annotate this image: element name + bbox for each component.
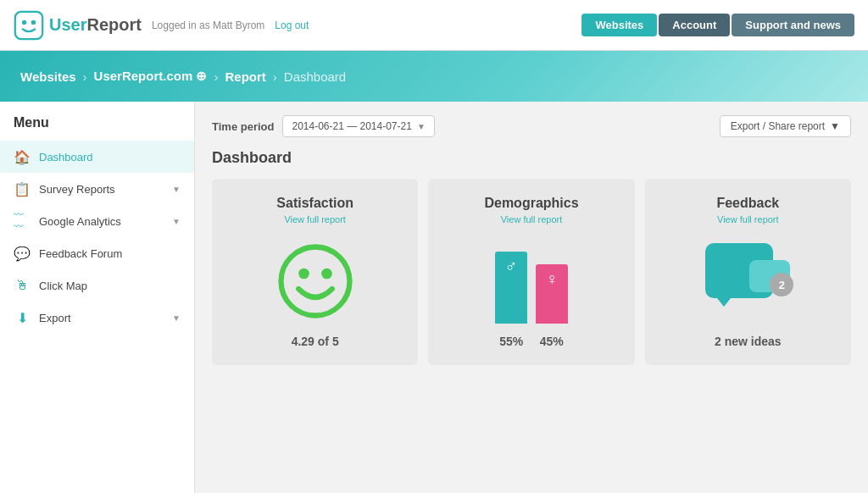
demographics-visual: ♂ ♀ (495, 238, 568, 324)
sidebar-item-google-analytics[interactable]: 〰〰 Google Analytics ▼ (0, 205, 194, 237)
sidebar: Menu 🏠 Dashboard 📋 Survey Reports ▼ 〰〰 G… (0, 102, 195, 493)
chevron-analytics-icon: ▼ (172, 217, 181, 226)
date-range-dropdown[interactable]: 2014-06-21 — 2014-07-21 ▼ (282, 115, 434, 137)
cards-row: Satisfaction View full report 4.29 of 5 … (212, 179, 851, 365)
dropdown-arrow-icon: ▼ (417, 122, 426, 131)
export-icon: ⬇ (14, 309, 31, 326)
demographics-link[interactable]: View full report (501, 214, 563, 224)
male-bar: ♂ (495, 252, 527, 324)
male-person-icon: ♂ (504, 257, 517, 276)
feedback-bubbles: 2 (705, 243, 790, 319)
satisfaction-card: Satisfaction View full report 4.29 of 5 (212, 179, 418, 365)
svg-point-1 (22, 19, 26, 24)
sidebar-label-feedback: Feedback Forum (39, 247, 122, 260)
breadcrumb-sep-3: › (273, 69, 277, 84)
feedback-visual-area: 2 (705, 238, 790, 324)
sidebar-item-click-map[interactable]: 🖱 Click Map (0, 269, 194, 302)
feedback-badge: 2 (770, 273, 793, 296)
satisfaction-footer: 4.29 of 5 (292, 335, 339, 348)
chevron-export-icon: ▼ (172, 313, 181, 323)
logout-link[interactable]: Log out (275, 19, 309, 31)
svg-rect-0 (15, 11, 42, 38)
sidebar-item-export[interactable]: ⬇ Export ▼ (0, 302, 194, 334)
logo-icon (14, 10, 44, 41)
satisfaction-link[interactable]: View full report (284, 214, 346, 224)
satisfaction-title: Satisfaction (276, 196, 353, 211)
sidebar-label-clickmap: Click Map (39, 280, 87, 292)
svg-point-5 (321, 269, 332, 280)
nav-tabs: Websites Account Support and news (581, 14, 854, 36)
breadcrumb: Websites › UserReport.com ⊕ › Report › D… (0, 51, 868, 102)
main-layout: Menu 🏠 Dashboard 📋 Survey Reports ▼ 〰〰 G… (0, 102, 868, 493)
female-bar: ♀ (536, 264, 568, 324)
sidebar-label-dashboard: Dashboard (39, 151, 93, 163)
demographics-card: Demographics View full report ♂ ♀ (428, 179, 634, 365)
logo: UserReport (14, 10, 142, 41)
breadcrumb-dashboard: Dashboard (284, 69, 346, 84)
date-range-value: 2014-06-21 — 2014-07-21 (292, 120, 411, 132)
sidebar-label-export: Export (39, 312, 71, 324)
analytics-icon: 〰〰 (14, 213, 31, 230)
demographics-bars: ♂ ♀ (495, 239, 568, 324)
breadcrumb-sep-2: › (214, 69, 218, 84)
female-bar-wrap: ♀ (536, 264, 568, 324)
feedback-footer: 2 new ideas (715, 335, 782, 348)
svg-point-2 (31, 19, 36, 24)
export-share-label: Export / Share report (731, 120, 825, 132)
demographics-title: Demographics (484, 196, 578, 211)
export-arrow-icon: ▼ (830, 120, 840, 132)
toolbar: Time period 2014-06-21 — 2014-07-21 ▼ Ex… (212, 115, 851, 137)
logo-text: UserReport (49, 15, 142, 35)
female-pct: 45% (540, 335, 564, 348)
nav-tab-support[interactable]: Support and news (732, 14, 854, 36)
chevron-survey-icon: ▼ (172, 185, 181, 194)
feedback-title: Feedback (716, 196, 779, 211)
nav-tab-websites[interactable]: Websites (581, 14, 657, 36)
time-period-label: Time period (212, 120, 274, 133)
feedback-card: Feedback View full report 2 2 new ideas (645, 179, 851, 365)
time-period-area: Time period 2014-06-21 — 2014-07-21 ▼ (212, 115, 435, 137)
sidebar-item-dashboard[interactable]: 🏠 Dashboard (0, 141, 194, 173)
nav-tab-account[interactable]: Account (659, 14, 730, 36)
smiley-icon (277, 243, 353, 319)
clickmap-icon: 🖱 (14, 277, 31, 294)
sidebar-item-survey-reports[interactable]: 📋 Survey Reports ▼ (0, 173, 194, 205)
survey-icon: 📋 (14, 180, 31, 197)
logo-area: UserReport Logged in as Matt Byrom Log o… (14, 10, 309, 41)
dashboard-title: Dashboard (212, 149, 851, 167)
male-bar-wrap: ♂ (495, 252, 527, 324)
feedback-icon: 💬 (14, 245, 31, 262)
female-person-icon: ♀ (545, 269, 558, 289)
svg-point-4 (298, 269, 309, 280)
satisfaction-visual (277, 238, 353, 324)
male-pct: 55% (499, 335, 523, 348)
svg-point-3 (281, 247, 349, 316)
home-icon: 🏠 (14, 148, 31, 165)
content-area: Time period 2014-06-21 — 2014-07-21 ▼ Ex… (195, 102, 868, 493)
header: UserReport Logged in as Matt Byrom Log o… (0, 0, 868, 51)
breadcrumb-site[interactable]: UserReport.com ⊕ (94, 69, 208, 84)
export-share-button[interactable]: Export / Share report ▼ (720, 115, 851, 137)
feedback-link[interactable]: View full report (717, 214, 779, 224)
logged-in-text: Logged in as Matt Byrom (152, 19, 264, 31)
sidebar-label-analytics: Google Analytics (39, 215, 121, 228)
breadcrumb-websites[interactable]: Websites (20, 69, 76, 84)
sidebar-item-feedback-forum[interactable]: 💬 Feedback Forum (0, 237, 194, 269)
sidebar-label-survey: Survey Reports (39, 183, 115, 196)
breadcrumb-sep-1: › (83, 69, 87, 84)
breadcrumb-report[interactable]: Report (225, 69, 265, 84)
sidebar-title: Menu (0, 115, 194, 141)
demographics-footer: 55% 45% (499, 335, 564, 348)
